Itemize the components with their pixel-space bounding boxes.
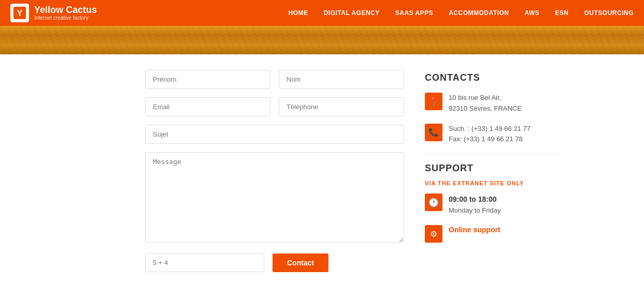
- phone-icon: 📞: [425, 124, 442, 141]
- contacts-section: CONTACTS 📍 10 bis rue Bel Air, 92310 Sèv…: [425, 70, 560, 272]
- nav-digital-agency[interactable]: DIGITAL AGENCY: [324, 9, 380, 17]
- logo-icon: Y: [10, 4, 29, 22]
- form-row-name: [145, 70, 404, 89]
- nom-input[interactable]: [279, 70, 404, 89]
- form-row-contact: [145, 97, 404, 116]
- svg-text:Y: Y: [17, 9, 23, 18]
- hours-line2: Monday to Friday: [449, 205, 500, 216]
- logo-area: Y Yellow Cactus Internet creative factor…: [10, 4, 97, 22]
- online-support-link[interactable]: Online support: [449, 226, 500, 234]
- telephone-input[interactable]: [279, 97, 404, 116]
- nav-saas-apps[interactable]: SAAS APPS: [395, 9, 433, 17]
- contact-form-section: Contact: [145, 70, 404, 272]
- logo-title: Yellow Cactus: [34, 5, 97, 16]
- phone-text: Such. : (+33) 1 49 66 21 77 Fax: (+33) 1…: [449, 124, 531, 145]
- online-support-text: Online support: [449, 225, 500, 234]
- phone-line2: Fax: (+33) 1 49 66 21 78: [449, 135, 523, 143]
- clock-icon: 🕐: [425, 193, 442, 211]
- nav-home[interactable]: HOME: [289, 9, 308, 17]
- main-header: Y Yellow Cactus Internet creative factor…: [0, 0, 644, 26]
- prenom-input[interactable]: [145, 70, 270, 89]
- section-divider: [425, 154, 560, 155]
- hours-text: 09:00 to 18:00 Monday to Friday: [449, 193, 500, 216]
- logo-subtitle: Internet creative factory: [34, 15, 97, 21]
- contacts-title: CONTACTS: [425, 72, 560, 83]
- logo-text: Yellow Cactus Internet creative factory: [34, 5, 97, 21]
- hero-banner: [0, 26, 644, 54]
- phone-line1: Such. : (+33) 1 49 66 21 77: [449, 125, 531, 132]
- address-text: 10 bis rue Bel Air, 92310 Sèvres, FRANCE: [449, 93, 522, 114]
- main-nav: HOME DIGITAL AGENCY SAAS APPS ACCOMMODAT…: [289, 9, 634, 17]
- contact-phone-item: 📞 Such. : (+33) 1 49 66 21 77 Fax: (+33)…: [425, 124, 560, 145]
- submit-button[interactable]: Contact: [273, 254, 328, 272]
- support-icon: ⚙: [425, 225, 442, 243]
- nav-esn[interactable]: ESN: [555, 9, 568, 17]
- email-input[interactable]: [145, 97, 270, 116]
- support-title: SUPPORT: [425, 163, 560, 174]
- contact-address-item: 📍 10 bis rue Bel Air, 92310 Sèvres, FRAN…: [425, 93, 560, 114]
- nav-aws[interactable]: AWS: [524, 9, 539, 17]
- address-line2: 92310 Sèvres, FRANCE: [449, 105, 522, 112]
- location-icon: 📍: [425, 93, 442, 110]
- nav-accommodation[interactable]: ACCOMMODATION: [449, 9, 509, 17]
- captcha-input[interactable]: [145, 253, 264, 272]
- main-content: Contact CONTACTS 📍 10 bis rue Bel Air, 9…: [0, 54, 644, 288]
- address-line1: 10 bis rue Bel Air,: [449, 94, 501, 101]
- hours-line1: 09:00 to 18:00: [449, 193, 500, 205]
- sujet-input[interactable]: [145, 125, 404, 144]
- online-support-item: ⚙ Online support: [425, 225, 560, 243]
- extranet-label: VIA THE EXTRANET SITE ONLY: [425, 180, 560, 186]
- nav-outsourcing[interactable]: OUTSOURCING: [584, 9, 634, 17]
- message-textarea[interactable]: [145, 152, 404, 243]
- support-hours-item: 🕐 09:00 to 18:00 Monday to Friday: [425, 193, 560, 216]
- form-bottom-row: Contact: [145, 253, 404, 272]
